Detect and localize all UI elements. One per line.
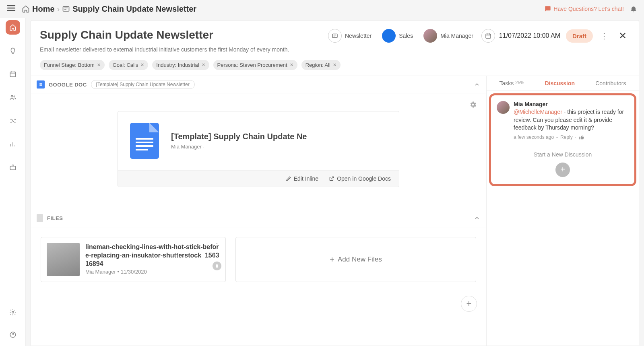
file-icon xyxy=(37,214,43,222)
mention[interactable]: @MichelleManager xyxy=(514,109,562,115)
file-delete-icon[interactable] xyxy=(213,262,221,270)
file-name: lineman-checking-lines-with-hot-stick-be… xyxy=(85,243,220,268)
schedule-datetime: 11/07/2022 10:00 AM xyxy=(499,32,560,39)
gdoc-filename-pill[interactable]: [Template] Supply Chain Update Newslette… xyxy=(91,80,195,89)
nav-people-icon[interactable] xyxy=(6,90,20,105)
svg-point-3 xyxy=(14,96,15,97)
close-icon[interactable]: ✕ xyxy=(615,29,630,43)
floating-add-button[interactable]: + xyxy=(461,296,477,312)
reply-button[interactable]: Reply xyxy=(560,134,573,140)
sales-dot-icon xyxy=(382,29,396,43)
svg-point-2 xyxy=(11,95,13,97)
comment-author: Mia Manager xyxy=(514,101,629,107)
files-section-label: FILES xyxy=(47,215,63,221)
svg-point-5 xyxy=(12,311,14,313)
tag-remove-icon[interactable]: ✕ xyxy=(97,62,101,68)
nav-ideas-icon[interactable] xyxy=(6,43,20,58)
gdoc-file-icon xyxy=(130,123,159,159)
tab-tasks[interactable]: Tasks25% xyxy=(500,80,524,86)
nav-help-icon[interactable] xyxy=(6,327,20,342)
chat-icon xyxy=(545,6,551,12)
tag[interactable]: Persona: Steven Procurement✕ xyxy=(213,60,297,70)
calendar-icon xyxy=(481,29,495,43)
category-sales[interactable]: Sales xyxy=(380,29,415,43)
tag-list: Funnel Stage: Bottom✕ Goal: Calls✕ Indus… xyxy=(40,60,630,70)
breadcrumb-home[interactable]: Home xyxy=(32,4,55,14)
pencil-icon xyxy=(286,176,291,181)
have-questions-label: Have Questions? Let's chat! xyxy=(553,6,624,12)
nav-analytics-icon[interactable] xyxy=(6,137,20,151)
newsletter-doc-icon xyxy=(62,5,70,13)
gdoc-section-label: GOOGLE DOC xyxy=(49,82,87,88)
file-card[interactable]: lineman-checking-lines-with-hot-stick-be… xyxy=(41,237,226,282)
file-thumbnail xyxy=(47,243,80,276)
file-meta: Mia Manager • 11/30/2020 xyxy=(85,269,220,275)
discussion-item: Mia Manager @MichelleManager - this proj… xyxy=(497,101,629,140)
gear-icon[interactable] xyxy=(469,101,477,109)
type-newsletter[interactable]: Newsletter xyxy=(326,29,374,43)
gdoc-author: Mia Manager · xyxy=(171,144,307,150)
nav-home-icon[interactable] xyxy=(6,20,20,35)
files-section-header[interactable]: FILES xyxy=(31,209,486,227)
owner-pill[interactable]: Mia Manager xyxy=(421,29,476,43)
plus-icon: + xyxy=(330,255,334,264)
tag[interactable]: Funnel Stage: Bottom✕ xyxy=(40,60,105,70)
svg-rect-8 xyxy=(486,34,491,38)
breadcrumb-current: Supply Chain Update Newsletter xyxy=(72,4,196,14)
page-header: Supply Chain Update Newsletter Email new… xyxy=(31,20,639,76)
owner-avatar xyxy=(423,29,437,43)
tag[interactable]: Goal: Calls✕ xyxy=(109,60,149,70)
file-kebab-icon[interactable]: ⋮ xyxy=(213,241,221,250)
tag-remove-icon[interactable]: ✕ xyxy=(290,62,293,68)
gdoc-section-header[interactable]: ≡ GOOGLE DOC [Template] Supply Chain Upd… xyxy=(31,76,486,93)
gdoc-card: [Template] Supply Chain Update Ne Mia Ma… xyxy=(118,111,399,187)
external-link-icon xyxy=(329,176,334,181)
tab-discussion[interactable]: Discussion xyxy=(545,80,575,86)
edit-inline-button[interactable]: Edit Inline xyxy=(286,175,318,182)
have-questions-link[interactable]: Have Questions? Let's chat! xyxy=(545,6,624,12)
nav-shuffle-icon[interactable] xyxy=(6,113,20,128)
comment-timestamp: a few seconds ago xyxy=(514,134,554,140)
nav-calendar-icon[interactable] xyxy=(6,67,20,81)
tag-remove-icon[interactable]: ✕ xyxy=(140,62,144,68)
add-files-button[interactable]: + Add New Files xyxy=(235,237,476,282)
hamburger-menu[interactable] xyxy=(6,3,18,14)
tab-contributors[interactable]: Contributors xyxy=(595,80,626,86)
home-icon[interactable] xyxy=(22,5,30,13)
right-tabs: Tasks25% Discussion Contributors xyxy=(487,76,639,91)
nav-briefcase-icon[interactable] xyxy=(6,160,20,175)
gdoc-icon: ≡ xyxy=(37,80,45,89)
open-in-gdocs-button[interactable]: Open in Google Docs xyxy=(329,175,391,182)
tag-remove-icon[interactable]: ✕ xyxy=(202,62,205,68)
nav-settings-icon[interactable] xyxy=(6,305,20,319)
gdoc-title: [Template] Supply Chain Update Ne xyxy=(171,132,307,141)
chevron-up-icon[interactable] xyxy=(474,81,480,88)
tag[interactable]: Industry: Industrial✕ xyxy=(152,60,209,70)
notifications-bell-icon[interactable] xyxy=(630,5,638,13)
tag[interactable]: Region: All✕ xyxy=(301,60,341,70)
newsletter-label: Newsletter xyxy=(345,33,372,39)
left-nav xyxy=(0,0,26,346)
header-kebab-icon[interactable]: ⋮ xyxy=(599,29,610,42)
newsletter-icon xyxy=(328,29,342,43)
add-discussion-button[interactable]: + xyxy=(555,163,570,177)
page-title: Supply Chain Update Newsletter xyxy=(40,29,289,41)
tag-remove-icon[interactable]: ✕ xyxy=(333,62,336,68)
owner-name: Mia Manager xyxy=(440,33,473,39)
like-icon[interactable] xyxy=(579,134,584,140)
discussion-panel: Mia Manager @MichelleManager - this proj… xyxy=(489,93,636,186)
page-description: Email newsletter delivered to external i… xyxy=(40,46,289,53)
svg-rect-1 xyxy=(10,72,16,77)
start-new-discussion-label: Start a New Discussion xyxy=(497,151,629,158)
schedule-date[interactable]: 11/07/2022 10:00 AM xyxy=(481,29,560,43)
comment-text: @MichelleManager - this project is ready… xyxy=(514,108,629,132)
status-badge[interactable]: Draft xyxy=(566,29,593,43)
chevron-up-icon[interactable] xyxy=(474,215,480,221)
comment-avatar xyxy=(497,101,510,114)
svg-rect-4 xyxy=(10,166,16,170)
sales-label: Sales xyxy=(399,33,413,39)
breadcrumb: Home › Supply Chain Update Newsletter xyxy=(22,4,196,14)
breadcrumb-sep: › xyxy=(57,4,60,14)
